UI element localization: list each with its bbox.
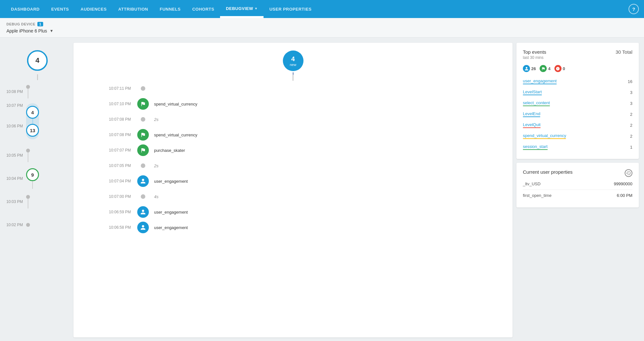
event-list-item-4[interactable]: LevelQuit 2 [523, 120, 632, 131]
event-row-9[interactable]: 10:06:58 PM user_engagement [95, 220, 491, 235]
red-count-icon [554, 65, 562, 72]
green-count-icon [540, 65, 547, 72]
time-1002: 10:02 PM [5, 223, 26, 227]
blue-count-icon [523, 65, 530, 72]
event-name-1: spend_virtual_currency [149, 102, 197, 106]
time-1008: 10:08 PM [5, 89, 26, 94]
nav-cohorts[interactable]: COHORTS [187, 0, 220, 18]
left-timeline-panel: 4 10:08 PM 10:07 PM 4 [5, 43, 70, 337]
event-time-0: 10:07:11 PM [95, 86, 137, 91]
event-row-2: 10:07:08 PM 2s [95, 112, 491, 127]
event-name-7: 4s [149, 194, 159, 199]
nav-audiences[interactable]: AUDIENCES [75, 0, 112, 18]
nav-attribution[interactable]: ATTRIBUTION [112, 0, 154, 18]
underline-3 [523, 116, 540, 117]
debugview-dropdown-arrow: ▼ [255, 7, 258, 10]
event-count-1: 3 [630, 90, 632, 95]
nav-user-properties[interactable]: USER PROPERTIES [264, 0, 317, 18]
help-button[interactable]: ? [629, 4, 639, 14]
connector-1005 [28, 152, 28, 162]
event-list-name-3: LevelEnd [523, 111, 540, 117]
event-row-3[interactable]: 10:07:08 PM spend_virtual_currency [95, 127, 491, 143]
event-icon-5 [137, 160, 149, 171]
event-row-6[interactable]: 10:07:04 PM user_engagement [95, 173, 491, 189]
big-circle: 4 [27, 50, 48, 71]
event-count-5: 2 [630, 134, 632, 139]
top-events-subtitle: last 30 mins [523, 55, 546, 60]
event-icon-1 [137, 98, 149, 110]
user-props-title: Current user properties [523, 169, 572, 175]
big-circle-wrap: 4 [26, 49, 49, 72]
dot-1004[interactable]: 9 [26, 168, 39, 181]
event-name-3: spend_virtual_currency [149, 133, 197, 137]
top-events-total: 30 Total [616, 49, 632, 55]
event-time-6: 10:07:04 PM [95, 179, 137, 183]
prop-key-1: first_open_time [523, 193, 552, 198]
dot-1002 [26, 223, 30, 227]
time-1003: 10:03 PM [5, 199, 26, 204]
event-name-9: user_engagement [149, 225, 188, 230]
event-time-1: 10:07:10 PM [95, 102, 137, 106]
history-icon[interactable] [625, 169, 632, 177]
event-icon-6 [137, 175, 149, 187]
event-list-name-0: user_engagement [523, 78, 557, 84]
event-time-3: 10:07:08 PM [95, 133, 137, 137]
event-icon-2 [137, 114, 149, 125]
device-name: Apple iPhone 6 Plus [6, 28, 47, 33]
event-icon-4 [137, 144, 149, 156]
nav-dashboard[interactable]: DASHBOARD [5, 0, 45, 18]
event-row-8[interactable]: 10:06:59 PM user_engagement [95, 204, 491, 220]
device-chevron-icon: ▼ [50, 29, 53, 33]
nav-events[interactable]: EVENTS [45, 0, 75, 18]
event-list-item-5[interactable]: spend_virtual_currency 2 [523, 131, 632, 142]
prop-val-1: 6:00 PM [617, 193, 632, 198]
event-list-item-6[interactable]: session_start 1 [523, 142, 632, 152]
timeline-row-1003: 10:03 PM [5, 190, 70, 213]
event-name-8: user_engagement [149, 210, 188, 215]
time-1005: 10:05 PM [5, 153, 26, 158]
event-row-5: 10:07:05 PM 2s [95, 158, 491, 173]
dot-1006[interactable]: 13 [26, 124, 39, 137]
connector-1003 [28, 199, 28, 208]
top-events-card: Top events last 30 mins 30 Total 26 4 [516, 43, 639, 159]
prop-val-0: 99990000 [614, 181, 632, 186]
prop-row-1: first_open_time 6:00 PM [523, 190, 632, 201]
event-name-2: 2s [149, 117, 159, 122]
event-icon-3 [137, 129, 149, 141]
event-time-8: 10:06:59 PM [95, 210, 137, 214]
badge-connector [293, 75, 293, 81]
event-list-item-0[interactable]: user_engagement 16 [523, 76, 632, 87]
event-list-name-5: spend_virtual_currency [523, 133, 566, 139]
event-list-name-2: select_content [523, 100, 550, 106]
debug-device-count: 1 [37, 22, 43, 26]
event-count-6: 1 [630, 145, 632, 150]
underline-0 [523, 84, 557, 84]
blue-count-badge: 26 [523, 65, 536, 72]
event-list-item-1[interactable]: LevelStart 3 [523, 87, 632, 98]
event-list-name-6: session_start [523, 144, 548, 150]
event-list-name-1: LevelStart [523, 89, 542, 95]
center-panel: 4 new 10:07:11 PM [73, 43, 513, 337]
timeline-row-1002: 10:02 PM [5, 213, 70, 236]
event-list-item-2[interactable]: select_content 3 [523, 98, 632, 109]
device-selector[interactable]: Apple iPhone 6 Plus ▼ [6, 28, 638, 33]
nav-funnels[interactable]: FUNNELS [154, 0, 187, 18]
new-badge[interactable]: 4 new [283, 51, 303, 71]
event-row-4[interactable]: 10:07:07 PM purchase_skater [95, 143, 491, 158]
nav-debugview[interactable]: DEBUGVIEW ▼ [220, 0, 264, 18]
debug-device-label: DEBUG DEVICE 1 [6, 22, 638, 26]
dot-1007[interactable]: 4 [26, 106, 39, 119]
event-row-7: 10:07:00 PM 4s [95, 189, 491, 204]
events-container: 10:07:11 PM 10:07:10 PM spend_virtual_cu… [73, 81, 513, 235]
event-time-2: 10:07:08 PM [95, 117, 137, 122]
user-properties-card: Current user properties _ltv_USD 9999000… [516, 163, 639, 207]
dot-1005 [26, 149, 30, 152]
event-time-9: 10:06:58 PM [95, 225, 137, 230]
timeline-row-1005: 10:05 PM [5, 144, 70, 167]
time-1004: 10:04 PM [5, 176, 26, 181]
underline-5 [523, 138, 566, 139]
connector-1008 [28, 89, 28, 98]
event-row-0: 10:07:11 PM [95, 81, 491, 96]
event-list-item-3[interactable]: LevelEnd 2 [523, 109, 632, 120]
event-row-1[interactable]: 10:07:10 PM spend_virtual_currency [95, 96, 491, 112]
